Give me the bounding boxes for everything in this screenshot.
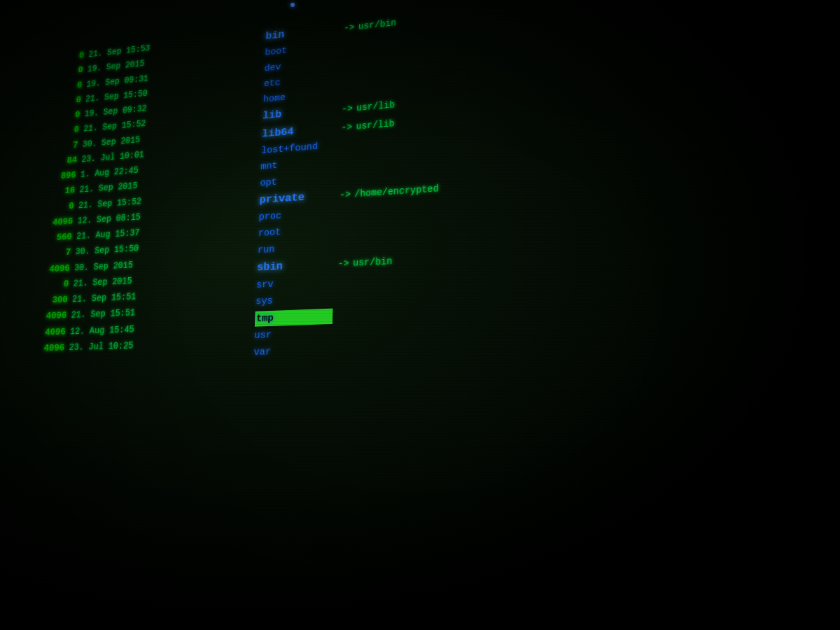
right-column: bin -> usr/binbootdevetchomelib -> usr/l…: [234, 0, 840, 630]
file-size: 4096: [46, 214, 78, 230]
file-size: 0: [57, 63, 88, 80]
symlink-arrow: ->: [340, 188, 351, 202]
dir-name: var: [253, 342, 332, 360]
file-size: 0: [52, 122, 84, 139]
file-date: 21. Sep 15:51: [72, 290, 136, 307]
file-date: 21. Sep 2015: [73, 274, 132, 290]
file-date: 12. Sep 08:15: [77, 211, 141, 228]
file-size: 0: [55, 92, 86, 109]
file-size: 7: [51, 138, 83, 155]
file-size: 4096: [43, 261, 75, 277]
dir-name: run: [258, 239, 335, 258]
terminal-content: 021. Sep 15:53019. Sep 2015019. Sep 09:3…: [4, 0, 840, 630]
file-size: 4096: [38, 324, 71, 340]
dir-name: usr: [254, 326, 332, 344]
file-size: 0: [41, 276, 74, 293]
symlink-target: usr/bin: [358, 16, 396, 34]
file-size: 84: [50, 153, 82, 169]
file-size: 0: [55, 78, 87, 94]
left-column: 021. Sep 15:53019. Sep 2015019. Sep 09:3…: [4, 23, 260, 630]
file-size: 4096: [39, 308, 71, 324]
file-date: 30. Sep 15:50: [75, 242, 139, 259]
terminal-screen: 021. Sep 15:53019. Sep 2015019. Sep 09:3…: [0, 0, 840, 630]
file-date: 12. Aug 15:45: [70, 323, 135, 339]
symlink-target: usr/bin: [353, 254, 393, 271]
file-date: 21. Sep 15:51: [71, 307, 136, 323]
file-size: 4096: [37, 340, 69, 356]
dir-name: srv: [256, 274, 334, 293]
symlink-arrow: ->: [341, 120, 352, 135]
file-size: 300: [41, 293, 73, 309]
file-date: 23. Jul 10:25: [69, 339, 134, 355]
cursor-dot: [290, 3, 295, 7]
symlink-target: usr/lib: [356, 99, 395, 116]
symlink-target: /home/encrypted: [354, 182, 439, 202]
file-size: 896: [49, 168, 80, 184]
symlink-target: usr/lib: [356, 117, 394, 134]
dir-name: tmp: [255, 308, 333, 326]
symlink-arrow: ->: [342, 102, 353, 117]
file-size: 0: [47, 199, 79, 215]
file-size: 0: [53, 108, 85, 125]
dir-name: sbin: [257, 255, 335, 276]
file-size: 7: [44, 245, 76, 261]
file-size: 16: [48, 183, 80, 200]
symlink-arrow: ->: [344, 21, 355, 36]
file-size: 0: [57, 48, 89, 65]
file-size: 560: [45, 230, 77, 246]
dir-name: sys: [255, 291, 333, 310]
symlink-arrow: ->: [337, 257, 349, 272]
file-date: 21. Aug 15:37: [76, 226, 140, 244]
file-date: 30. Sep 2015: [74, 258, 134, 275]
